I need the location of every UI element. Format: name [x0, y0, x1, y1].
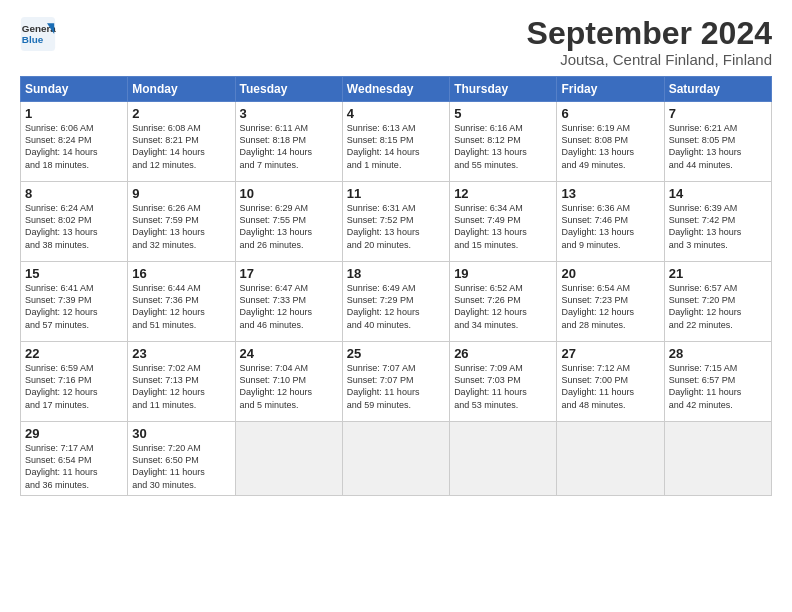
table-row: 2Sunrise: 6:08 AM Sunset: 8:21 PM Daylig…: [128, 102, 235, 182]
table-row: 7Sunrise: 6:21 AM Sunset: 8:05 PM Daylig…: [664, 102, 771, 182]
table-row: 15Sunrise: 6:41 AM Sunset: 7:39 PM Dayli…: [21, 262, 128, 342]
col-monday: Monday: [128, 77, 235, 102]
col-thursday: Thursday: [450, 77, 557, 102]
table-row: 24Sunrise: 7:04 AM Sunset: 7:10 PM Dayli…: [235, 342, 342, 422]
col-sunday: Sunday: [21, 77, 128, 102]
table-row: 27Sunrise: 7:12 AM Sunset: 7:00 PM Dayli…: [557, 342, 664, 422]
svg-text:Blue: Blue: [22, 34, 44, 45]
table-row: 3Sunrise: 6:11 AM Sunset: 8:18 PM Daylig…: [235, 102, 342, 182]
col-tuesday: Tuesday: [235, 77, 342, 102]
table-row: 10Sunrise: 6:29 AM Sunset: 7:55 PM Dayli…: [235, 182, 342, 262]
logo-icon: General Blue: [20, 16, 56, 52]
table-row: 16Sunrise: 6:44 AM Sunset: 7:36 PM Dayli…: [128, 262, 235, 342]
table-row: [557, 422, 664, 496]
header-row: Sunday Monday Tuesday Wednesday Thursday…: [21, 77, 772, 102]
table-row: 6Sunrise: 6:19 AM Sunset: 8:08 PM Daylig…: [557, 102, 664, 182]
table-row: 22Sunrise: 6:59 AM Sunset: 7:16 PM Dayli…: [21, 342, 128, 422]
table-row: [235, 422, 342, 496]
table-row: 18Sunrise: 6:49 AM Sunset: 7:29 PM Dayli…: [342, 262, 449, 342]
table-row: 17Sunrise: 6:47 AM Sunset: 7:33 PM Dayli…: [235, 262, 342, 342]
table-row: [664, 422, 771, 496]
col-friday: Friday: [557, 77, 664, 102]
col-wednesday: Wednesday: [342, 77, 449, 102]
table-row: 11Sunrise: 6:31 AM Sunset: 7:52 PM Dayli…: [342, 182, 449, 262]
table-row: 5Sunrise: 6:16 AM Sunset: 8:12 PM Daylig…: [450, 102, 557, 182]
table-row: 8Sunrise: 6:24 AM Sunset: 8:02 PM Daylig…: [21, 182, 128, 262]
table-row: 30Sunrise: 7:20 AM Sunset: 6:50 PM Dayli…: [128, 422, 235, 496]
table-row: 1Sunrise: 6:06 AM Sunset: 8:24 PM Daylig…: [21, 102, 128, 182]
table-row: 20Sunrise: 6:54 AM Sunset: 7:23 PM Dayli…: [557, 262, 664, 342]
table-row: 28Sunrise: 7:15 AM Sunset: 6:57 PM Dayli…: [664, 342, 771, 422]
table-row: 19Sunrise: 6:52 AM Sunset: 7:26 PM Dayli…: [450, 262, 557, 342]
header: General Blue September 2024 Joutsa, Cent…: [20, 16, 772, 68]
table-row: 26Sunrise: 7:09 AM Sunset: 7:03 PM Dayli…: [450, 342, 557, 422]
table-row: 29Sunrise: 7:17 AM Sunset: 6:54 PM Dayli…: [21, 422, 128, 496]
table-row: 23Sunrise: 7:02 AM Sunset: 7:13 PM Dayli…: [128, 342, 235, 422]
table-row: 25Sunrise: 7:07 AM Sunset: 7:07 PM Dayli…: [342, 342, 449, 422]
title-block: September 2024 Joutsa, Central Finland, …: [527, 16, 772, 68]
location-subtitle: Joutsa, Central Finland, Finland: [527, 51, 772, 68]
table-row: [342, 422, 449, 496]
page: General Blue September 2024 Joutsa, Cent…: [0, 0, 792, 612]
table-row: 4Sunrise: 6:13 AM Sunset: 8:15 PM Daylig…: [342, 102, 449, 182]
table-row: 12Sunrise: 6:34 AM Sunset: 7:49 PM Dayli…: [450, 182, 557, 262]
table-row: 13Sunrise: 6:36 AM Sunset: 7:46 PM Dayli…: [557, 182, 664, 262]
col-saturday: Saturday: [664, 77, 771, 102]
calendar-table: Sunday Monday Tuesday Wednesday Thursday…: [20, 76, 772, 496]
month-title: September 2024: [527, 16, 772, 51]
table-row: 21Sunrise: 6:57 AM Sunset: 7:20 PM Dayli…: [664, 262, 771, 342]
table-row: [450, 422, 557, 496]
table-row: 9Sunrise: 6:26 AM Sunset: 7:59 PM Daylig…: [128, 182, 235, 262]
table-row: 14Sunrise: 6:39 AM Sunset: 7:42 PM Dayli…: [664, 182, 771, 262]
logo: General Blue: [20, 16, 60, 52]
